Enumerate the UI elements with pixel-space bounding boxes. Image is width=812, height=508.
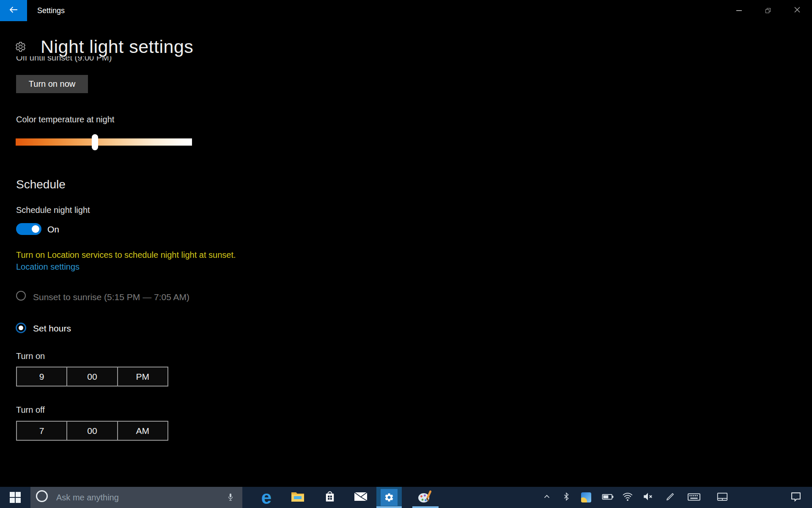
color-temperature-slider-track[interactable] xyxy=(16,138,192,146)
mail-icon xyxy=(354,491,368,504)
radio-sunset-to-sunrise-label: Sunset to sunrise (5:15 PM — 7:05 AM) xyxy=(33,292,189,302)
turn-on-time-picker: 9 00 PM xyxy=(16,367,168,387)
tray-battery[interactable] xyxy=(599,487,616,508)
taskbar-edge[interactable]: e xyxy=(254,487,279,508)
tray-app-icon xyxy=(581,492,591,502)
radio-sunset-to-sunrise[interactable] xyxy=(16,291,26,301)
schedule-night-light-toggle[interactable] xyxy=(16,223,41,235)
tray-touchpad[interactable] xyxy=(714,487,731,508)
taskbar-paint[interactable] xyxy=(412,487,438,508)
color-temperature-slider-thumb[interactable] xyxy=(92,134,98,150)
touchpad-icon xyxy=(716,490,729,505)
radio-set-hours-label: Set hours xyxy=(33,323,71,334)
microphone-icon[interactable] xyxy=(226,492,235,505)
settings-gear-icon xyxy=(15,41,26,54)
store-icon xyxy=(324,490,336,505)
settings-icon-tile xyxy=(381,489,398,506)
turn-on-hour-cell[interactable]: 9 xyxy=(17,367,67,386)
minimize-button[interactable] xyxy=(729,0,749,21)
volume-muted-icon xyxy=(642,491,653,504)
schedule-heading: Schedule xyxy=(16,178,66,191)
page-title: Night light settings xyxy=(41,36,193,57)
touch-keyboard-icon xyxy=(687,490,701,505)
tray-volume[interactable] xyxy=(639,487,656,508)
tray-bluetooth[interactable] xyxy=(558,487,575,508)
taskbar-store[interactable] xyxy=(317,487,343,508)
taskbar: Ask me anything e xyxy=(0,487,812,508)
taskbar-file-explorer[interactable] xyxy=(285,487,310,508)
night-light-settings-window: Settings Night light settings Off until … xyxy=(0,0,812,508)
settings-running-indicator xyxy=(376,506,402,508)
close-button[interactable] xyxy=(787,0,807,21)
turn-on-time-label: Turn on xyxy=(16,351,45,361)
battery-icon xyxy=(601,490,614,505)
chevron-up-icon xyxy=(542,492,551,503)
pen-icon xyxy=(665,491,675,503)
close-icon xyxy=(794,7,800,14)
color-temperature-label: Color temperature at night xyxy=(16,115,114,124)
radio-set-hours[interactable] xyxy=(16,323,26,333)
bluetooth-icon xyxy=(562,492,571,503)
tray-touch-keyboard[interactable] xyxy=(686,487,702,508)
taskbar-mail[interactable] xyxy=(348,487,373,508)
location-warning-text: Turn on Location services to schedule ni… xyxy=(16,250,236,260)
turn-off-hour-cell[interactable]: 7 xyxy=(17,422,67,440)
turn-on-now-button[interactable]: Turn on now xyxy=(16,75,88,93)
search-placeholder: Ask me anything xyxy=(56,487,119,508)
restore-button[interactable] xyxy=(758,0,778,21)
tray-pen[interactable] xyxy=(662,487,679,508)
tray-wifi[interactable] xyxy=(619,487,636,508)
turn-off-time-label: Turn off xyxy=(16,405,45,415)
turn-off-minute-cell[interactable]: 00 xyxy=(67,422,118,440)
file-explorer-icon xyxy=(291,491,305,504)
cortana-search-box[interactable]: Ask me anything xyxy=(30,487,242,508)
action-center-button[interactable] xyxy=(787,487,804,508)
night-light-status-clipped: Off until sunset (9:00 PM) xyxy=(16,56,194,64)
wifi-icon xyxy=(622,491,633,504)
toggle-knob xyxy=(32,225,39,233)
tray-show-hidden-icons[interactable] xyxy=(538,487,555,508)
restore-icon xyxy=(765,8,771,13)
tray-app[interactable] xyxy=(578,487,595,508)
taskbar-settings-active[interactable] xyxy=(376,487,402,508)
edge-icon: e xyxy=(261,487,272,508)
action-center-icon xyxy=(790,491,802,504)
schedule-night-light-label: Schedule night light xyxy=(16,205,90,215)
paint-running-indicator xyxy=(412,506,439,508)
cortana-icon xyxy=(36,490,48,502)
titlebar: Settings xyxy=(0,0,812,21)
turn-off-period-cell[interactable]: AM xyxy=(118,422,167,440)
turn-on-period-cell[interactable]: PM xyxy=(118,367,167,386)
start-button[interactable] xyxy=(4,487,26,508)
window-title: Settings xyxy=(37,0,65,21)
windows-logo-icon xyxy=(10,492,21,503)
minimize-icon xyxy=(736,10,742,11)
turn-off-time-picker: 7 00 AM xyxy=(16,421,168,441)
turn-on-minute-cell[interactable]: 00 xyxy=(67,367,118,386)
radio-selected-dot xyxy=(19,326,23,330)
location-settings-link[interactable]: Location settings xyxy=(16,262,80,272)
back-button[interactable] xyxy=(0,0,27,21)
back-arrow-icon xyxy=(8,5,19,17)
toggle-state-label: On xyxy=(47,224,59,235)
paint-icon xyxy=(417,490,433,505)
